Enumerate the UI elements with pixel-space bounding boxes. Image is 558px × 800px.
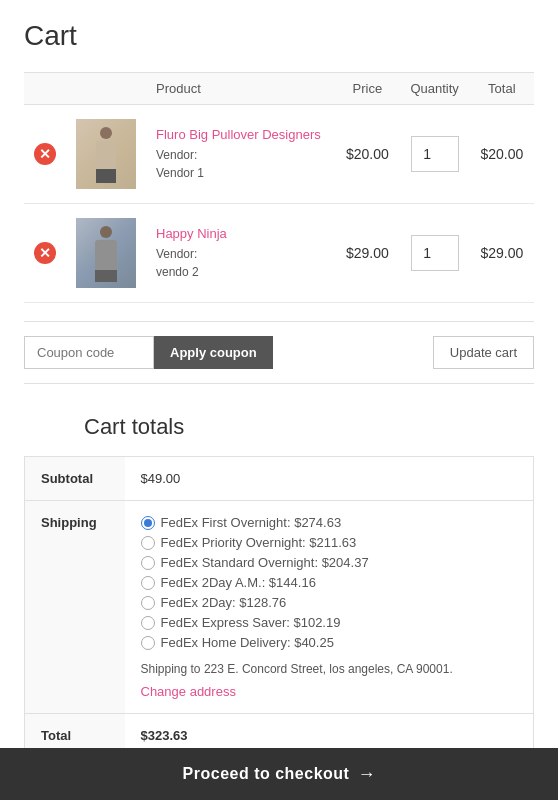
radio-icon: [141, 536, 155, 550]
shipping-address-note: Shipping to 223 E. Concord Street, los a…: [141, 660, 518, 678]
product-image: [76, 218, 136, 288]
radio-icon: [141, 596, 155, 610]
change-address-link[interactable]: Change address: [141, 684, 518, 699]
product-total: $29.00: [470, 204, 534, 303]
cart-actions: Apply coupon Update cart: [24, 321, 534, 384]
radio-icon: [141, 576, 155, 590]
product-total: $20.00: [470, 105, 534, 204]
shipping-option[interactable]: FedEx 2Day A.M.: $144.16: [141, 575, 518, 590]
product-name[interactable]: Fluro Big Pullover Designers: [156, 127, 325, 142]
shipping-option-label: FedEx Home Delivery: $40.25: [161, 635, 334, 650]
quantity-input[interactable]: [411, 235, 459, 271]
remove-item-button[interactable]: ✕: [34, 143, 56, 165]
checkout-arrow-icon: →: [357, 764, 375, 785]
shipping-address-prefix: Shipping to: [141, 662, 204, 676]
shipping-option[interactable]: FedEx Home Delivery: $40.25: [141, 635, 518, 650]
shipping-option[interactable]: FedEx First Overnight: $274.63: [141, 515, 518, 530]
col-header-product: Product: [146, 73, 335, 105]
product-vendor: Vendor: Vendor 1: [156, 146, 325, 182]
product-vendor: Vendor: vendo 2: [156, 245, 325, 281]
remove-icon: ✕: [34, 242, 56, 264]
shipping-option-label: FedEx 2Day: $128.76: [161, 595, 287, 610]
shipping-option[interactable]: FedEx Express Saver: $102.19: [141, 615, 518, 630]
col-header-total: Total: [470, 73, 534, 105]
shipping-option-label: FedEx Standard Overnight: $204.37: [161, 555, 369, 570]
radio-icon: [141, 556, 155, 570]
shipping-address: 223 E. Concord Street, los angeles, CA 9…: [204, 662, 453, 676]
product-image: [76, 119, 136, 189]
product-name[interactable]: Happy Ninja: [156, 226, 325, 241]
product-price: $29.00: [335, 204, 399, 303]
apply-coupon-button[interactable]: Apply coupon: [154, 336, 273, 369]
shipping-option-label: FedEx First Overnight: $274.63: [161, 515, 342, 530]
coupon-form: Apply coupon: [24, 336, 273, 369]
checkout-bar[interactable]: Proceed to checkout →: [0, 748, 558, 800]
cart-table: Product Price Quantity Total ✕ Fluro Big…: [24, 72, 534, 303]
table-row: ✕ Fluro Big Pullover Designers Vendor: V…: [24, 105, 534, 204]
shipping-option-label: FedEx 2Day A.M.: $144.16: [161, 575, 316, 590]
quantity-input[interactable]: [411, 136, 459, 172]
remove-icon: ✕: [34, 143, 56, 165]
shipping-label: Shipping: [25, 501, 125, 714]
checkout-label: Proceed to checkout: [183, 765, 350, 783]
remove-item-button[interactable]: ✕: [34, 242, 56, 264]
subtotal-value: $49.00: [125, 457, 534, 501]
update-cart-button[interactable]: Update cart: [433, 336, 534, 369]
shipping-option-label: FedEx Express Saver: $102.19: [161, 615, 341, 630]
radio-icon: [141, 516, 155, 530]
shipping-option[interactable]: FedEx Standard Overnight: $204.37: [141, 555, 518, 570]
shipping-option-label: FedEx Priority Overnight: $211.63: [161, 535, 357, 550]
subtotal-row: Subtotal $49.00: [25, 457, 534, 501]
radio-icon: [141, 636, 155, 650]
shipping-option[interactable]: FedEx 2Day: $128.76: [141, 595, 518, 610]
col-header-quantity: Quantity: [400, 73, 470, 105]
product-price: $20.00: [335, 105, 399, 204]
shipping-row: Shipping FedEx First Overnight: $274.63F…: [25, 501, 534, 714]
cart-totals-section: Cart totals Subtotal $49.00 Shipping Fed…: [0, 414, 558, 800]
cart-totals-table: Subtotal $49.00 Shipping FedEx First Ove…: [24, 456, 534, 758]
coupon-input[interactable]: [24, 336, 154, 369]
subtotal-label: Subtotal: [25, 457, 125, 501]
table-row: ✕ Happy Ninja Vendor: vendo 2 $29.00$29.…: [24, 204, 534, 303]
shipping-option[interactable]: FedEx Priority Overnight: $211.63: [141, 535, 518, 550]
radio-icon: [141, 616, 155, 630]
page-title: Cart: [24, 20, 534, 52]
shipping-options-cell: FedEx First Overnight: $274.63FedEx Prio…: [125, 501, 534, 714]
cart-totals-title: Cart totals: [84, 414, 184, 440]
col-header-price: Price: [335, 73, 399, 105]
